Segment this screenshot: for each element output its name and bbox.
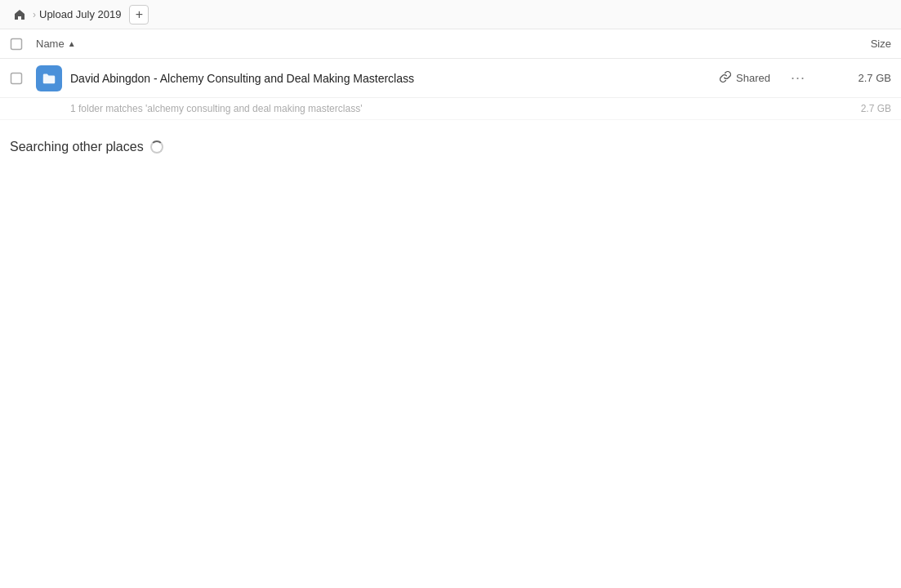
file-name: David Abingdon - Alchemy Consulting and … (70, 72, 720, 85)
file-size: 2.7 GB (826, 72, 891, 84)
column-name-header[interactable]: Name ▲ (36, 38, 826, 50)
match-info-row: 1 folder matches 'alchemy consulting and… (0, 98, 901, 120)
header-checkbox[interactable] (10, 38, 36, 51)
loading-spinner (150, 140, 163, 154)
searching-label: Searching other places (10, 140, 144, 154)
shared-badge: Shared (736, 72, 770, 84)
sort-arrow-icon: ▲ (68, 39, 76, 48)
column-size-header[interactable]: Size (826, 38, 891, 50)
match-text: 1 folder matches 'alchemy consulting and… (70, 103, 826, 114)
shared-area: Shared (720, 71, 770, 85)
add-button[interactable]: + (129, 5, 149, 24)
row-checkbox[interactable] (10, 72, 36, 85)
home-button[interactable] (10, 5, 29, 24)
breadcrumb-separator: › (33, 9, 36, 20)
svg-rect-1 (11, 73, 22, 83)
svg-rect-0 (11, 38, 22, 49)
more-options-button[interactable]: ··· (787, 67, 810, 90)
breadcrumb-current-folder[interactable]: Upload July 2019 (39, 8, 121, 20)
searching-section: Searching other places (0, 120, 901, 164)
file-row[interactable]: David Abingdon - Alchemy Consulting and … (0, 59, 901, 98)
match-size: 2.7 GB (826, 103, 891, 114)
breadcrumb-bar: › Upload July 2019 + (0, 0, 901, 29)
link-icon (720, 71, 731, 85)
folder-icon (36, 65, 62, 91)
column-headers: Name ▲ Size (0, 29, 901, 59)
